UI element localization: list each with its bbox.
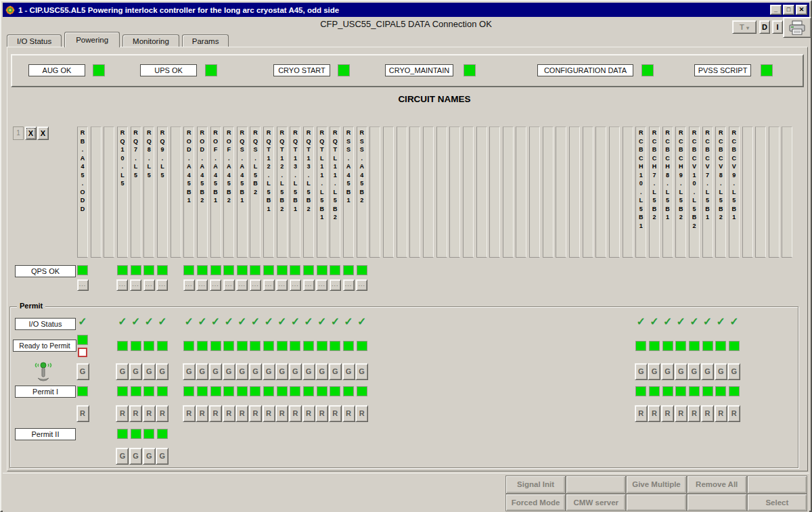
remove-permit-button[interactable]: R: [342, 405, 355, 422]
qps-details-button[interactable]: ...: [156, 279, 168, 291]
give-permit-button[interactable]: G: [315, 363, 328, 380]
qps-details-button[interactable]: ...: [130, 279, 141, 291]
clear-selection-button-1[interactable]: X: [25, 126, 37, 140]
remove-permit-button[interactable]: R: [289, 405, 302, 422]
qps-details-button[interactable]: ...: [330, 279, 341, 291]
remove-permit-button[interactable]: R: [249, 405, 262, 422]
tab-powering[interactable]: Powering: [64, 32, 120, 47]
qps-details-button[interactable]: ...: [303, 279, 315, 291]
remove-permit-button[interactable]: R: [355, 405, 368, 422]
give-permit-button[interactable]: G: [143, 363, 156, 380]
remove-permit-button[interactable]: R: [315, 405, 328, 422]
qps-details-button[interactable]: ...: [210, 279, 221, 291]
remove-permit-button[interactable]: R: [648, 405, 660, 422]
circuit-column-RCBCH10.L5B1: R C B C H 1 0 . L 5 B 1: [635, 126, 646, 258]
cmw-server-button[interactable]: CMW server: [566, 494, 626, 512]
tab-io-status[interactable]: I/O Status: [7, 34, 62, 47]
qps-details-button[interactable]: ...: [196, 279, 208, 291]
qps-details-button[interactable]: ...: [356, 279, 367, 291]
give-permit-button[interactable]: G: [275, 363, 288, 380]
qps-details-button[interactable]: ...: [116, 279, 128, 291]
give-permit-button[interactable]: G: [223, 363, 235, 380]
give-permit-button[interactable]: G: [183, 363, 196, 380]
give-permit2-button[interactable]: G: [143, 448, 156, 465]
qps-ok-led: [183, 265, 194, 275]
ready-to-permit-led: [143, 341, 154, 351]
io-status-check-icon: ✓: [210, 315, 222, 328]
remove-permit-button[interactable]: R: [661, 405, 674, 422]
qps-details-button[interactable]: ...: [183, 279, 195, 291]
give-permit-button[interactable]: G: [355, 363, 368, 380]
give-permit-button[interactable]: G: [342, 363, 355, 380]
remove-permit-button[interactable]: R: [183, 405, 196, 422]
qps-details-button[interactable]: ...: [223, 279, 235, 291]
give-permit-button[interactable]: G: [209, 363, 222, 380]
give-permit-button[interactable]: G: [196, 363, 208, 380]
qps-details-button[interactable]: ...: [343, 279, 355, 291]
remove-permit-button[interactable]: R: [727, 405, 740, 422]
give-permit-button[interactable]: G: [263, 363, 275, 380]
qps-details-button[interactable]: ...: [276, 279, 288, 291]
remove-permit-button[interactable]: R: [196, 405, 208, 422]
qps-details-button[interactable]: ...: [316, 279, 328, 291]
remove-permit-button[interactable]: R: [209, 405, 222, 422]
permit1-led: [290, 386, 300, 396]
give-permit-button[interactable]: G: [661, 363, 674, 380]
page-index-button[interactable]: 1: [13, 126, 24, 140]
circuit-column-empty: [409, 126, 420, 258]
qps-details-button[interactable]: ...: [250, 279, 261, 291]
remove-permit-button[interactable]: R: [143, 405, 156, 422]
remove-permit-button[interactable]: R: [329, 405, 342, 422]
give-permit-button[interactable]: G: [715, 363, 727, 380]
remove-permit-button[interactable]: R: [263, 405, 275, 422]
qps-details-button[interactable]: ...: [263, 279, 275, 291]
remove-permit-button[interactable]: R: [235, 405, 248, 422]
clear-selection-button-2[interactable]: X: [37, 126, 49, 140]
give-permit2-button[interactable]: G: [156, 448, 168, 465]
give-permit-button[interactable]: G: [249, 363, 262, 380]
give-permit-button[interactable]: G: [156, 363, 168, 380]
remove-all-button[interactable]: Remove All: [687, 475, 747, 494]
give-permit-button[interactable]: G: [289, 363, 302, 380]
signal-init-button[interactable]: Signal Init: [505, 475, 566, 494]
remove-permit-button[interactable]: R: [675, 405, 687, 422]
give-permit2-button[interactable]: G: [116, 448, 129, 465]
give-permit-button[interactable]: G: [76, 363, 89, 380]
permit-group-label: Permit: [17, 302, 45, 310]
remove-permit-button[interactable]: R: [129, 405, 142, 422]
qps-details-button[interactable]: ...: [236, 279, 248, 291]
forced-mode-button[interactable]: Forced Mode: [505, 494, 566, 512]
give-permit-button[interactable]: G: [116, 363, 129, 380]
give-permit-button[interactable]: G: [329, 363, 342, 380]
circuit-columns: R B . A 4 5 . O D DR Q 1 0 . L 5R Q 7 . …: [77, 1, 805, 512]
remove-permit-button[interactable]: R: [687, 405, 700, 422]
give-permit-button[interactable]: G: [635, 363, 648, 380]
remove-permit-button[interactable]: R: [302, 405, 315, 422]
qps-ok-led: [197, 265, 208, 275]
remove-permit-button[interactable]: R: [156, 405, 168, 422]
remove-permit-button[interactable]: R: [116, 405, 129, 422]
remove-permit-button[interactable]: R: [275, 405, 288, 422]
remove-permit-button[interactable]: R: [76, 405, 89, 422]
remove-permit-button[interactable]: R: [223, 405, 235, 422]
circuit-column-empty: [782, 126, 792, 258]
remove-permit-button[interactable]: R: [701, 405, 714, 422]
qps-details-button[interactable]: ...: [77, 279, 89, 291]
give-permit-button[interactable]: G: [129, 363, 142, 380]
give-multiple-button[interactable]: Give Multiple: [626, 475, 686, 494]
give-permit-button[interactable]: G: [701, 363, 714, 380]
give-permit-button[interactable]: G: [675, 363, 687, 380]
give-permit-button[interactable]: G: [727, 363, 740, 380]
select-button[interactable]: Select: [747, 494, 807, 512]
give-permit-button[interactable]: G: [648, 363, 660, 380]
circuit-column-label: R B . A 4 5 . O D D: [78, 129, 87, 213]
give-permit-button[interactable]: G: [302, 363, 315, 380]
qps-details-button[interactable]: ...: [143, 279, 155, 291]
give-permit-button[interactable]: G: [235, 363, 248, 380]
permit1-led: [223, 386, 234, 396]
give-permit-button[interactable]: G: [687, 363, 700, 380]
remove-permit-button[interactable]: R: [635, 405, 648, 422]
qps-details-button[interactable]: ...: [290, 279, 301, 291]
remove-permit-button[interactable]: R: [715, 405, 727, 422]
give-permit2-button[interactable]: G: [129, 448, 142, 465]
